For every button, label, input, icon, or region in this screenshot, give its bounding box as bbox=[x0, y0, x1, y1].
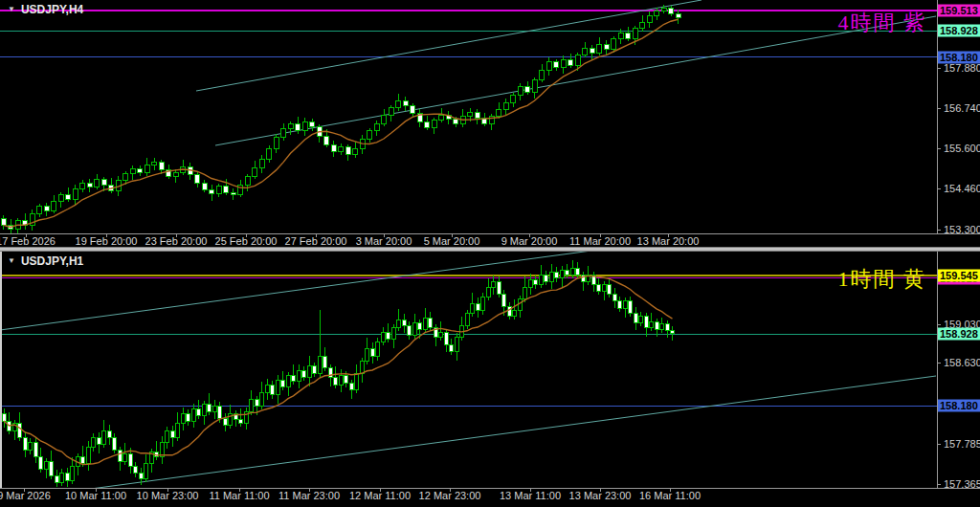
chart-canvas bbox=[0, 0, 937, 233]
time-axis-label: 11 Mar 11:00 bbox=[209, 490, 269, 501]
price-axis-tick bbox=[938, 148, 941, 149]
price-line-label: 158.180 bbox=[938, 51, 980, 63]
time-axis-label: 13 Mar 11:00 bbox=[500, 490, 561, 501]
time-axis-label: 23 Feb 20:00 bbox=[145, 235, 208, 247]
time-axis-label: 11 Mar 20:00 bbox=[569, 235, 631, 247]
chart-panel-h4: ▼USDJPY,H4 4時間 紫 157.880156.740155.60015… bbox=[0, 0, 980, 247]
trendline bbox=[0, 252, 591, 330]
price-tick-label: 154.460 bbox=[944, 183, 980, 194]
price-axis-h1[interactable]: 159.030158.630157.785157.365159.513159.5… bbox=[937, 252, 980, 488]
window-border bbox=[0, 252, 2, 488]
chart-plot-area-h4[interactable] bbox=[0, 0, 937, 233]
chart-symbol-dropdown-icon: ▼ bbox=[8, 5, 15, 13]
price-tick-label: 155.600 bbox=[944, 143, 980, 154]
chart-title-text: USDJPY,H4 bbox=[21, 3, 83, 16]
price-tick-label: 158.630 bbox=[944, 357, 980, 368]
price-tick-label: 157.880 bbox=[944, 62, 980, 74]
price-line-label: 159.513 bbox=[938, 4, 980, 16]
time-axis-label: 19 Feb 20:00 bbox=[76, 235, 138, 247]
annotation-4h-purple: 4時間 紫 bbox=[838, 9, 927, 37]
candlestick-series bbox=[1, 5, 680, 233]
price-axis-tick bbox=[938, 484, 941, 485]
time-axis-label: 12 Mar 11:00 bbox=[349, 490, 411, 501]
time-axis-label: 27 Feb 20:00 bbox=[285, 235, 347, 247]
price-axis-tick bbox=[938, 363, 941, 364]
price-axis-tick bbox=[938, 324, 941, 325]
chart-title-h4: ▼USDJPY,H4 bbox=[8, 3, 83, 16]
trendline bbox=[215, 16, 936, 145]
time-axis-h1[interactable]: 9 Mar 202610 Mar 11:0010 Mar 23:0011 Mar… bbox=[0, 488, 980, 502]
price-axis-tick bbox=[938, 108, 941, 109]
annotation-1h-yellow: 1時間 黄 bbox=[838, 265, 927, 294]
price-line-label: 158.180 bbox=[938, 400, 980, 412]
mt4-workspace: { "app": {"instrument": "USDJPY"}, "colo… bbox=[0, 0, 980, 507]
price-line-label: 158.928 bbox=[938, 328, 980, 341]
chart-title-text: USDJPY,H1 bbox=[21, 254, 83, 268]
time-axis-label: 13 Mar 23:00 bbox=[569, 490, 632, 501]
price-axis-tick bbox=[938, 188, 941, 189]
panel-resize-separator[interactable] bbox=[0, 247, 980, 252]
price-tick-label: 157.785 bbox=[944, 438, 980, 450]
price-line-label: 159.545 bbox=[938, 269, 980, 281]
trendline bbox=[77, 376, 936, 488]
time-axis-label: 12 Mar 23:00 bbox=[419, 490, 481, 501]
price-tick-label: 156.740 bbox=[944, 102, 980, 114]
time-axis-label: 10 Mar 23:00 bbox=[137, 490, 199, 501]
price-line-label: 158.928 bbox=[938, 25, 980, 37]
time-axis-label: 16 Mar 11:00 bbox=[639, 490, 701, 501]
time-axis-label: 9 Mar 2026 bbox=[0, 490, 51, 501]
price-axis-tick bbox=[938, 68, 941, 69]
chart-canvas bbox=[0, 252, 937, 488]
time-axis-label: 25 Feb 20:00 bbox=[215, 235, 278, 247]
time-axis-label: 9 Mar 20:00 bbox=[501, 235, 558, 247]
time-axis-label: 13 Mar 20:00 bbox=[637, 235, 700, 247]
time-axis-label: 17 Feb 2026 bbox=[0, 235, 56, 247]
chart-title-h1: ▼USDJPY,H1 bbox=[8, 254, 83, 268]
time-axis-label: 11 Mar 23:00 bbox=[278, 490, 340, 501]
price-axis-h4[interactable]: 157.880156.740155.600154.460153.300159.5… bbox=[937, 0, 980, 233]
chart-plot-area-h1[interactable] bbox=[0, 252, 937, 488]
price-axis-tick bbox=[938, 444, 941, 445]
price-axis-tick bbox=[938, 230, 941, 231]
time-axis-h4[interactable]: 17 Feb 202619 Feb 20:0023 Feb 20:0025 Fe… bbox=[0, 233, 980, 248]
time-axis-label: 3 Mar 20:00 bbox=[356, 235, 412, 247]
time-axis-label: 10 Mar 11:00 bbox=[65, 490, 126, 501]
chart-symbol-dropdown-icon: ▼ bbox=[8, 256, 15, 265]
chart-panel-h1: ▼USDJPY,H1 1時間 黄 159.030158.630157.78515… bbox=[0, 252, 980, 507]
time-axis-label: 5 Mar 20:00 bbox=[424, 235, 480, 247]
